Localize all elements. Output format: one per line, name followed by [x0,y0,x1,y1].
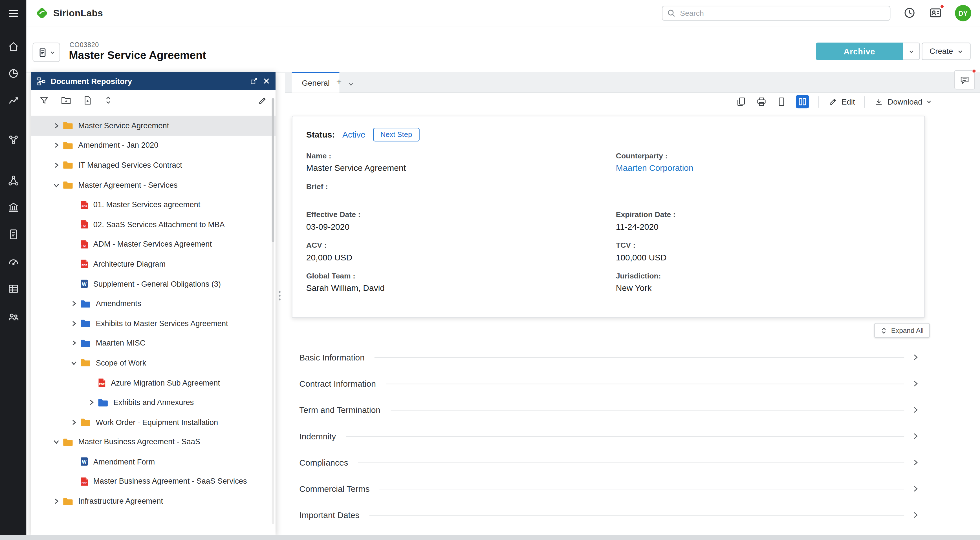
gauge-icon[interactable] [0,253,26,270]
repo-scrollbar[interactable] [272,98,274,524]
tree-item[interactable]: IT Managed Services Contract [31,155,275,175]
create-button[interactable]: Create [922,43,970,60]
close-icon[interactable] [263,78,270,84]
tree-item[interactable]: Scope of Work [31,353,275,373]
document-icon[interactable] [0,225,26,243]
tree-item[interactable]: Master Agreement - Services [31,175,275,195]
tree-item[interactable]: Amendments [31,294,275,313]
horizontal-scrollbar[interactable] [0,535,980,540]
chevron-right-icon[interactable] [912,485,920,492]
library-icon[interactable] [0,199,26,216]
contacts-icon[interactable] [929,6,942,19]
tree-item[interactable]: Master Service Agreement [31,116,275,135]
edit-button[interactable]: Edit [828,97,855,106]
section-row[interactable]: Term and Termination [299,397,919,423]
line-chart-icon[interactable] [0,91,26,109]
download-button[interactable]: Download [875,97,932,106]
chevron-right-icon[interactable] [912,511,920,519]
chevron-right-icon[interactable] [68,419,80,425]
chevron-right-icon[interactable] [912,406,920,414]
tree-item[interactable]: Maarten MISC [31,333,275,353]
home-icon[interactable] [0,38,26,55]
tree-item[interactable]: Exhibits to Master Services Agreement [31,313,275,333]
menu-icon[interactable] [0,0,26,26]
tree-item[interactable]: PDFADM - Master Services Agreement [31,235,275,254]
org-network-icon[interactable] [0,172,26,189]
tree-item[interactable]: PDFMaster Business Agreement - SaaS Serv… [31,472,275,491]
supplier-network-icon[interactable] [0,131,26,148]
popout-icon[interactable] [250,77,258,85]
chevron-right-icon[interactable] [68,340,80,346]
people-icon[interactable] [0,308,26,325]
table-icon[interactable] [0,280,26,297]
tree-item[interactable]: WSupplement - General Obligations (3) [31,274,275,294]
chevron-right-icon[interactable] [50,162,63,168]
section-title: Basic Information [299,353,364,362]
folder-icon [63,437,73,447]
add-folder-icon[interactable] [60,95,72,105]
duplicate-icon[interactable] [736,96,746,107]
document-switcher-button[interactable] [32,43,60,62]
chevron-right-icon[interactable] [912,380,920,388]
chevron-right-icon[interactable] [50,142,63,149]
chevron-right-icon[interactable] [50,498,63,505]
chevron-down-icon[interactable] [50,182,63,188]
tree-item[interactable]: PDFAzure Migration Sub Agreement [31,373,275,392]
pencil-icon [828,97,838,106]
print-icon[interactable] [756,96,767,107]
tree-item[interactable]: Exhibits and Annexures [31,392,275,412]
status-value[interactable]: Active [342,130,366,139]
chevron-right-icon[interactable] [912,459,920,467]
section-row[interactable]: Basic Information [299,344,919,370]
column-view-icon[interactable] [796,95,809,108]
section-row[interactable]: Commercial Terms [299,476,919,502]
add-file-icon[interactable] [83,95,92,105]
chevron-right-icon[interactable] [912,354,920,361]
chevron-right-icon[interactable] [85,399,97,405]
folder-icon [97,398,108,407]
tree-item[interactable]: Infrastructure Agreement [31,492,275,511]
counterparty-link[interactable]: Maarten Corporation [616,164,911,173]
chevron-right-icon[interactable] [50,122,63,129]
tab-general[interactable]: General [292,72,340,92]
tree-item[interactable]: WAmendment Form [31,452,275,472]
tree-item[interactable]: Master Business Agreement - SaaS [31,432,275,452]
chevron-down-icon[interactable] [50,439,63,445]
tab-list-chevron-icon[interactable] [348,81,354,87]
history-icon[interactable] [903,6,916,19]
download-icon [875,97,884,106]
pie-chart-icon[interactable] [0,65,26,82]
edit-structure-icon[interactable] [258,95,267,105]
archive-dropdown-button[interactable] [903,43,920,60]
tree-item-label: Master Business Agreement - SaaS [78,438,200,446]
field-cell: Name :Master Service Agreement [306,151,608,173]
add-tab-button[interactable]: + [336,76,342,87]
section-row[interactable]: Important Dates [299,502,919,528]
expand-collapse-icon[interactable] [104,96,113,105]
field-cell: Brief : [306,182,608,201]
search-input[interactable] [662,5,890,20]
section-row[interactable]: Indemnity [299,423,919,449]
section-row[interactable]: Compliances [299,449,919,475]
section-row[interactable]: Contract Information [299,370,919,397]
next-step-button[interactable]: Next Step [373,128,419,141]
chevron-down-icon[interactable] [68,360,80,366]
panel-resize-handle[interactable] [277,287,282,304]
svg-text:PDF: PDF [81,244,87,247]
tree-item[interactable]: Work Order - Equipment Installation [31,412,275,432]
contract-summary-card: Status: Active Next Step Name :Master Se… [292,116,925,318]
tree-item[interactable]: PDF01. Master Services agreement [31,195,275,214]
tree-item[interactable]: PDF02. SaaS Services Attachment to MBA [31,215,275,235]
chevron-right-icon[interactable] [68,300,80,307]
comments-widget-button[interactable] [955,70,975,90]
brand-logo[interactable]: SirionLabs [35,6,103,20]
chevron-right-icon[interactable] [912,432,920,440]
filter-icon[interactable] [40,95,49,105]
avatar[interactable]: DY [955,5,971,21]
tree-item[interactable]: PDFArchitecture Diagram [31,254,275,274]
archive-button[interactable]: Archive [816,43,903,60]
expand-all-button[interactable]: Expand All [874,323,930,338]
tree-item[interactable]: Amendment - Jan 2020 [31,135,275,155]
chevron-right-icon[interactable] [68,320,80,326]
portrait-view-icon[interactable] [776,96,786,107]
